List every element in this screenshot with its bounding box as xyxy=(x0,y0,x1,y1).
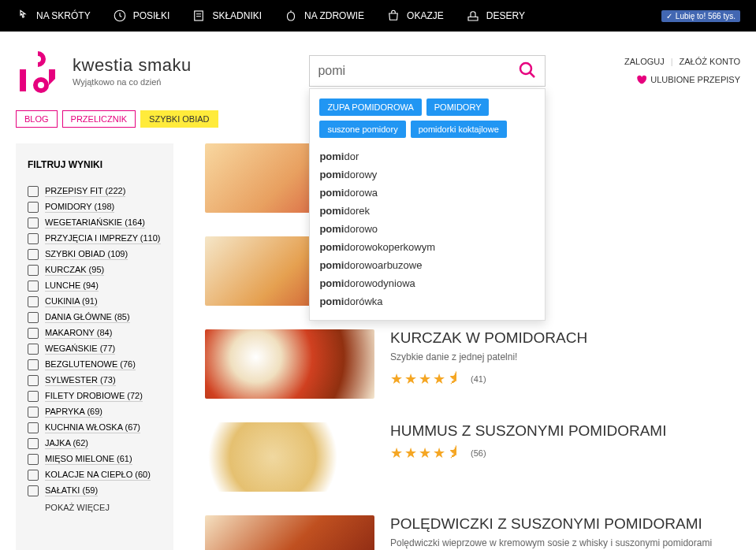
filter-checkbox[interactable] xyxy=(28,391,39,402)
nav-meals[interactable]: POSIŁKI xyxy=(113,9,170,23)
register-link[interactable]: ZAŁÓŻ KONTO xyxy=(680,57,740,66)
cake-icon xyxy=(466,9,480,23)
filter-label[interactable]: WEGETARIAŃSKIE (164) xyxy=(45,217,145,229)
suggestion-item[interactable]: pomidorówka xyxy=(319,292,535,310)
clock-icon xyxy=(113,9,127,23)
filter-checkbox[interactable] xyxy=(28,422,39,433)
facebook-like-button[interactable]: Lubię to! 566 tys. xyxy=(661,10,740,22)
filter-item: WEGAŃSKIE (77) xyxy=(28,344,162,355)
svg-rect-1 xyxy=(195,11,203,20)
filter-label[interactable]: SAŁATKI (59) xyxy=(45,485,98,496)
nav-health[interactable]: NA ZDROWIE xyxy=(284,9,364,23)
result-title: POLĘDWICZKI Z SUSZONYMI POMIDORAMI xyxy=(390,515,740,533)
suggestion-tag[interactable]: POMIDORY xyxy=(426,98,490,116)
heart-icon xyxy=(635,74,646,85)
filter-label[interactable]: PRZYJĘCIA I IMPREZY (110) xyxy=(45,233,161,244)
nav-label: NA SKRÓTY xyxy=(36,10,91,21)
rating-row: ★★★★⯨(56) xyxy=(390,444,740,462)
filter-label[interactable]: DANIA GŁÓWNE (85) xyxy=(45,312,130,323)
filter-item: CUKINIA (91) xyxy=(28,296,162,307)
filter-checkbox[interactable] xyxy=(28,249,39,260)
filter-checkbox[interactable] xyxy=(28,375,39,386)
suggestion-item[interactable]: pomidorowa xyxy=(319,184,535,202)
filter-checkbox[interactable] xyxy=(28,328,39,339)
star-icon: ⯨ xyxy=(447,370,461,388)
result-content: KURCZAK W POMIDORACHSzybkie danie z jedn… xyxy=(390,329,740,399)
filter-checkbox[interactable] xyxy=(28,202,39,213)
filter-checkbox[interactable] xyxy=(28,312,39,323)
top-nav-left: NA SKRÓTY POSIŁKI SKŁADNIKI NA ZDROWIE O… xyxy=(16,9,525,23)
show-more-button[interactable]: POKAŻ WIĘCEJ xyxy=(45,503,162,512)
blog-button[interactable]: BLOG xyxy=(16,110,58,128)
filter-checkbox[interactable] xyxy=(28,470,39,481)
filter-item: PAPRYKA (69) xyxy=(28,407,162,418)
filter-label[interactable]: MIĘSO MIELONE (61) xyxy=(45,454,132,465)
suggestion-item[interactable]: pomidorowoarbuzowe xyxy=(319,256,535,274)
filter-label[interactable]: LUNCHE (94) xyxy=(45,281,99,292)
filter-label[interactable]: MAKARONY (84) xyxy=(45,328,112,339)
filter-checkbox[interactable] xyxy=(28,186,39,197)
filter-item: MIĘSO MIELONE (61) xyxy=(28,454,162,465)
suggestion-item[interactable]: pomidorowy xyxy=(319,165,535,184)
filter-label[interactable]: PAPRYKA (69) xyxy=(45,407,102,418)
filter-label[interactable]: JAJKA (62) xyxy=(45,438,88,449)
filter-label[interactable]: KUCHNIA WŁOSKA (67) xyxy=(45,422,140,433)
top-nav-bar: NA SKRÓTY POSIŁKI SKŁADNIKI NA ZDROWIE O… xyxy=(0,0,756,32)
sidebar-title: FILTRUJ WYNIKI xyxy=(28,159,162,170)
result-item[interactable]: KURCZAK W POMIDORACHSzybkie danie z jedn… xyxy=(205,329,740,399)
filter-checkbox[interactable] xyxy=(28,217,39,229)
filter-checkbox[interactable] xyxy=(28,344,39,355)
filter-label[interactable]: POMIDORY (198) xyxy=(45,202,114,213)
search-wrapper: ZUPA POMIDOROWAPOMIDORYsuszone pomidoryp… xyxy=(309,55,546,87)
suggestion-item[interactable]: pomidorek xyxy=(319,202,535,220)
filter-checkbox[interactable] xyxy=(28,485,39,496)
suggestion-tag[interactable]: ZUPA POMIDOROWA xyxy=(319,98,421,116)
filter-label[interactable]: KOLACJE NA CIEPŁO (60) xyxy=(45,470,151,481)
filter-checkbox[interactable] xyxy=(28,281,39,292)
filter-checkbox[interactable] xyxy=(28,359,39,370)
suggestion-tag[interactable]: pomidorki koktajlowe xyxy=(411,121,507,138)
filter-item: FILETY DROBIOWE (72) xyxy=(28,391,162,402)
nav-occasions[interactable]: OKAZJE xyxy=(386,9,444,23)
filter-checkbox[interactable] xyxy=(28,407,39,418)
result-item[interactable]: POLĘDWICZKI Z SUSZONYMI POMIDORAMIPolędw… xyxy=(205,515,740,550)
filter-label[interactable]: BEZGLUTENOWE (76) xyxy=(45,359,136,370)
favorites-link[interactable]: ULUBIONE PRZEPISY xyxy=(635,74,740,85)
logo[interactable]: kwestia smaku Wyjątkowo na co dzień xyxy=(16,47,192,95)
result-title: HUMMUS Z SUSZONYMI POMIDORAMI xyxy=(390,422,740,440)
filter-label[interactable]: PRZEPISY FIT (222) xyxy=(45,186,125,197)
suggestion-item[interactable]: pomidor xyxy=(319,147,535,165)
suggestion-item[interactable]: pomidorowodyniowa xyxy=(319,274,535,292)
search-button[interactable] xyxy=(518,61,537,82)
star-icon: ★ xyxy=(390,444,403,462)
filter-label[interactable]: WEGAŃSKIE (77) xyxy=(45,344,115,355)
suggestion-tag[interactable]: suszone pomidory xyxy=(319,121,405,138)
filter-checkbox[interactable] xyxy=(28,233,39,244)
filter-label[interactable]: KURCZAK (95) xyxy=(45,265,104,276)
filter-item: JAJKA (62) xyxy=(28,438,162,449)
quick-dinner-button[interactable]: SZYBKI OBIAD xyxy=(140,110,218,128)
result-image xyxy=(205,422,374,492)
converter-button[interactable]: PRZELICZNIK xyxy=(62,110,136,128)
filter-item: MAKARONY (84) xyxy=(28,328,162,339)
nav-desserts[interactable]: DESERY xyxy=(466,9,525,23)
nav-shortcuts[interactable]: NA SKRÓTY xyxy=(16,9,91,23)
suggestion-item[interactable]: pomidorowokoperkowym xyxy=(319,238,535,256)
filter-item: WEGETARIAŃSKIE (164) xyxy=(28,217,162,229)
filter-label[interactable]: SZYBKI OBIAD (109) xyxy=(45,249,128,260)
result-item[interactable]: HUMMUS Z SUSZONYMI POMIDORAMI★★★★⯨(56) xyxy=(205,422,740,492)
filter-label[interactable]: FILETY DROBIOWE (72) xyxy=(45,391,143,402)
filter-checkbox[interactable] xyxy=(28,265,39,276)
suggestion-item[interactable]: pomidorowo xyxy=(319,220,535,238)
filter-label[interactable]: SYLWESTER (73) xyxy=(45,375,116,386)
filter-item: SZYBKI OBIAD (109) xyxy=(28,249,162,260)
nav-ingredients[interactable]: SKŁADNIKI xyxy=(192,9,262,23)
search-input[interactable] xyxy=(318,64,518,78)
filter-checkbox[interactable] xyxy=(28,296,39,307)
filter-label[interactable]: CUKINIA (91) xyxy=(45,296,98,307)
filter-checkbox[interactable] xyxy=(28,454,39,465)
filter-item: KURCZAK (95) xyxy=(28,265,162,276)
login-link[interactable]: ZALOGUJ xyxy=(624,57,665,66)
rating-stars: ★★★★⯨ xyxy=(390,444,461,462)
filter-checkbox[interactable] xyxy=(28,438,39,449)
